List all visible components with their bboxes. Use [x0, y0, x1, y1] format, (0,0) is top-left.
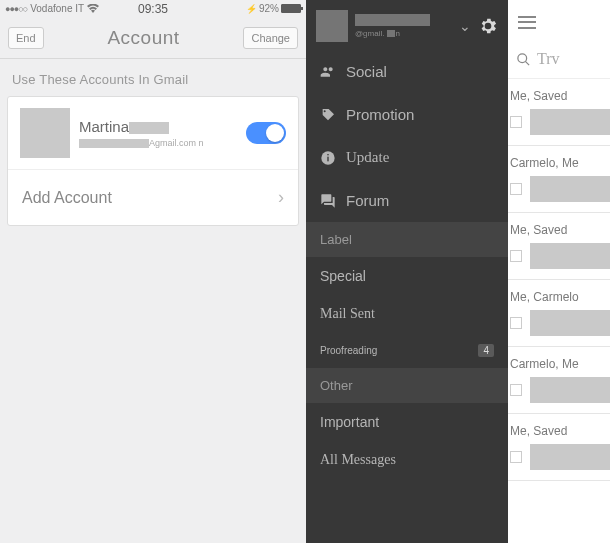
mail-sender: Carmelo, Me [510, 357, 610, 371]
mail-checkbox[interactable] [510, 317, 522, 329]
sidebar-label: Update [346, 149, 389, 166]
change-button[interactable]: Change [243, 27, 298, 49]
account-card: Martina Agmail.com n Add Account › [7, 96, 299, 226]
search-bar[interactable]: Trv [508, 44, 610, 79]
svg-point-3 [518, 53, 527, 62]
mail-row[interactable]: Carmelo, Me [508, 146, 610, 213]
mail-row[interactable]: Me, Saved [508, 414, 610, 481]
search-icon [516, 52, 531, 67]
sidebar-item-social[interactable]: Social [306, 50, 508, 93]
mail-row[interactable]: Me, Saved [508, 213, 610, 280]
account-name: Martina [79, 118, 237, 135]
sidebar-item-proofreading[interactable]: Proofreading 4 [306, 333, 508, 368]
tag-icon [320, 107, 336, 123]
account-email: Agmail.com n [79, 138, 237, 148]
mail-preview [530, 310, 610, 336]
mail-checkbox[interactable] [510, 250, 522, 262]
add-account-row[interactable]: Add Account › [8, 169, 298, 225]
mail-checkbox[interactable] [510, 183, 522, 195]
sidebar-item-forum[interactable]: Forum [306, 179, 508, 222]
carrier-label: Vodafone IT [30, 3, 84, 14]
mail-sender: Carmelo, Me [510, 156, 610, 170]
sidebar-label: Social [346, 63, 387, 80]
sidebar-item-update[interactable]: Update [306, 136, 508, 179]
mail-row[interactable]: Me, Carmelo [508, 280, 610, 347]
sidebar-section-label: Label [306, 222, 508, 257]
mail-preview [530, 243, 610, 269]
mail-sender: Me, Saved [510, 223, 610, 237]
mail-toolbar [508, 0, 610, 44]
mail-sender: Me, Carmelo [510, 290, 610, 304]
page-title: Account [107, 27, 179, 49]
chevron-down-icon[interactable]: ⌄ [459, 18, 471, 34]
mail-row[interactable]: Me, Saved [508, 79, 610, 146]
gear-icon[interactable] [478, 16, 498, 36]
mail-preview [530, 109, 610, 135]
people-icon [320, 64, 336, 80]
mail-list-panel: Trv Me, Saved Carmelo, Me Me, Saved Me, … [508, 0, 610, 543]
chevron-right-icon: › [278, 187, 284, 208]
sidebar-item-important[interactable]: Important [306, 403, 508, 441]
mail-sender: Me, Saved [510, 89, 610, 103]
add-account-label: Add Account [22, 189, 112, 207]
svg-line-4 [525, 61, 529, 65]
svg-rect-1 [327, 156, 328, 161]
mail-preview [530, 176, 610, 202]
battery-percent: 92% [259, 3, 279, 14]
sidebar-header[interactable]: @gmail.n ⌄ [306, 0, 508, 50]
sidebar-section-other: Other [306, 368, 508, 403]
bolt-icon: ⚡ [246, 4, 257, 14]
mail-preview [530, 444, 610, 470]
info-icon [320, 150, 336, 166]
mail-checkbox[interactable] [510, 384, 522, 396]
sidebar-label: Forum [346, 192, 389, 209]
search-placeholder: Trv [537, 50, 560, 68]
status-bar: ●●●○○ Vodafone IT 09:35 ⚡ 92% [0, 0, 306, 17]
svg-rect-2 [327, 154, 328, 155]
end-button[interactable]: End [8, 27, 44, 49]
nav-bar: End Account Change [0, 17, 306, 59]
user-email: @gmail.n [355, 29, 452, 38]
wifi-icon [87, 3, 99, 15]
avatar [20, 108, 70, 158]
gmail-sidebar: @gmail.n ⌄ Social Promotion Update Forum… [306, 0, 508, 543]
sidebar-item-mail-sent[interactable]: Mail Sent [306, 295, 508, 333]
section-header: Use These Accounts In Gmail [0, 59, 306, 96]
sidebar-label: Proofreading [320, 345, 377, 356]
sidebar-item-all-messages[interactable]: All Messages [306, 441, 508, 479]
mail-row[interactable]: Carmelo, Me [508, 347, 610, 414]
account-row[interactable]: Martina Agmail.com n [8, 97, 298, 169]
user-name-redacted [355, 14, 430, 26]
sidebar-item-special[interactable]: Special [306, 257, 508, 295]
sidebar-item-promotion[interactable]: Promotion [306, 93, 508, 136]
mail-sender: Me, Saved [510, 424, 610, 438]
menu-icon[interactable] [518, 16, 536, 29]
count-badge: 4 [478, 344, 494, 357]
status-time: 09:35 [138, 2, 168, 16]
account-toggle[interactable] [246, 122, 286, 144]
avatar [316, 10, 348, 42]
mail-checkbox[interactable] [510, 451, 522, 463]
sidebar-label: Promotion [346, 106, 414, 123]
battery-icon [281, 4, 301, 13]
mail-checkbox[interactable] [510, 116, 522, 128]
mail-preview [530, 377, 610, 403]
forum-icon [320, 193, 336, 209]
ios-account-panel: ●●●○○ Vodafone IT 09:35 ⚡ 92% End Accoun… [0, 0, 306, 543]
signal-icon: ●●●○○ [5, 4, 27, 14]
